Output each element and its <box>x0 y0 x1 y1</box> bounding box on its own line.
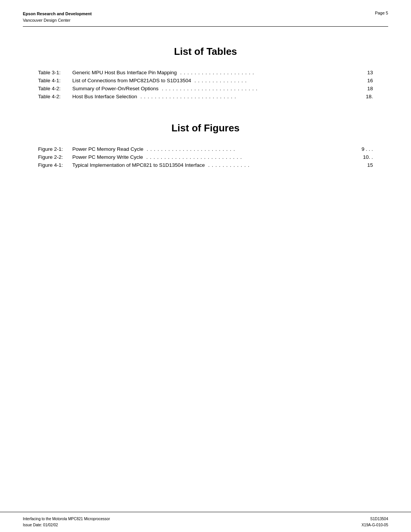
figure-dots-1: . . . . . . . . . . . . . . . . . . . . … <box>145 146 358 152</box>
sub-company: Vancouver Design Center <box>23 17 92 24</box>
figure-title-2: Power PC Memory Write Cycle <box>72 154 143 160</box>
figure-entry-2: Figure 2-2: Power PC Memory Write Cycle … <box>38 154 373 160</box>
figure-dots-3: . . . . . . . . . . . . <box>206 162 364 168</box>
tables-toc: Table 3-1: Generic MPU Host Bus Interfac… <box>38 70 373 99</box>
figure-page-3: 15 <box>367 162 373 168</box>
footer-issue-date: Issue Date: 01/02/02 <box>23 522 110 528</box>
footer-right: S1D13504 X19A-G-010-05 <box>362 516 388 528</box>
figure-page-2: 10. . <box>363 154 373 160</box>
figure-label-3: Figure 4-1: <box>38 162 72 168</box>
table-entry-1: Table 3-1: Generic MPU Host Bus Interfac… <box>38 70 373 75</box>
figures-toc: Figure 2-1: Power PC Memory Read Cycle .… <box>38 146 373 168</box>
page: Epson Research and Development Vancouver… <box>0 0 411 532</box>
table-label-2: Table 4-1: <box>38 78 72 83</box>
page-number: Page 5 <box>375 11 388 15</box>
figure-page-1: 9 . . . <box>362 146 373 152</box>
footer: Interfacing to the Motorola MPC821 Micro… <box>0 512 411 532</box>
footer-doc-code: X19A-G-010-05 <box>362 522 388 528</box>
main-content: List of Tables Table 3-1: Generic MPU Ho… <box>0 27 411 512</box>
list-of-tables-section: List of Tables Table 3-1: Generic MPU Ho… <box>38 46 373 99</box>
table-page-1: 13 <box>367 70 373 75</box>
footer-doc-title: Interfacing to the Motorola MPC821 Micro… <box>23 516 110 522</box>
table-dots-1: . . . . . . . . . . . . . . . . . . . . … <box>178 70 364 75</box>
table-page-3: 18 <box>367 86 373 91</box>
table-label-4: Table 4-2: <box>38 94 72 99</box>
figure-entry-1: Figure 2-1: Power PC Memory Read Cycle .… <box>38 146 373 152</box>
table-title-3: Summary of Power-On/Reset Options <box>72 86 159 91</box>
footer-product-code: S1D13504 <box>362 516 388 522</box>
figure-label-1: Figure 2-1: <box>38 146 72 152</box>
table-label-1: Table 3-1: <box>38 70 72 75</box>
table-title-4: Host Bus Interface Selection <box>72 94 137 99</box>
footer-left: Interfacing to the Motorola MPC821 Micro… <box>23 516 110 528</box>
table-page-2: 16 <box>367 78 373 83</box>
table-entry-4: Table 4-2: Host Bus Interface Selection … <box>38 94 373 99</box>
table-title-1: Generic MPU Host Bus Interface Pin Mappi… <box>72 70 177 75</box>
table-page-4: 18. <box>366 94 373 99</box>
figure-dots-2: . . . . . . . . . . . . . . . . . . . . … <box>145 154 360 160</box>
figure-title-3: Typical Implementation of MPC821 to S1D1… <box>72 162 205 168</box>
figure-title-1: Power PC Memory Read Cycle <box>72 146 143 152</box>
figure-entry-3: Figure 4-1: Typical Implementation of MP… <box>38 162 373 168</box>
list-of-tables-title: List of Tables <box>38 46 373 58</box>
table-title-2: List of Connections from MPC821ADS to S1… <box>72 78 191 83</box>
list-of-figures-section: List of Figures Figure 2-1: Power PC Mem… <box>38 122 373 168</box>
company-name: Epson Research and Development <box>23 11 92 17</box>
header: Epson Research and Development Vancouver… <box>0 0 411 26</box>
table-entry-3: Table 4-2: Summary of Power-On/Reset Opt… <box>38 86 373 91</box>
figure-label-2: Figure 2-2: <box>38 154 72 160</box>
header-left: Epson Research and Development Vancouver… <box>23 11 92 23</box>
list-of-figures-title: List of Figures <box>38 122 373 134</box>
table-dots-4: . . . . . . . . . . . . . . . . . . . . … <box>139 94 363 99</box>
table-dots-3: . . . . . . . . . . . . . . . . . . . . … <box>160 86 364 91</box>
table-entry-2: Table 4-1: List of Connections from MPC8… <box>38 78 373 83</box>
table-label-3: Table 4-2: <box>38 86 72 91</box>
table-dots-2: . . . . . . . . . . . . . . . <box>193 78 364 83</box>
